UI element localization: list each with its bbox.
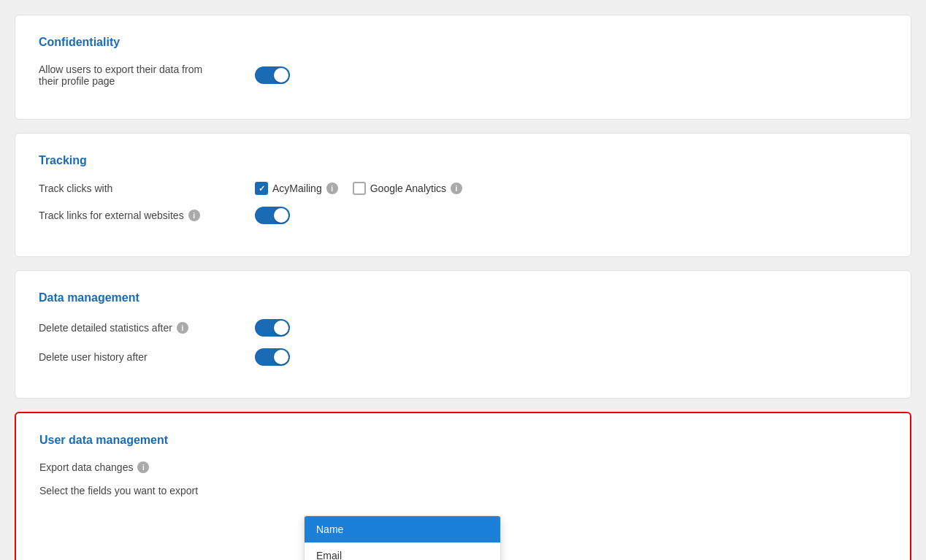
delete-history-row: Delete user history after bbox=[39, 348, 887, 366]
track-external-toggle[interactable] bbox=[255, 207, 290, 224]
track-external-info-icon[interactable]: i bbox=[188, 210, 200, 221]
data-management-card: Data management Delete detailed statisti… bbox=[15, 270, 911, 399]
check-icon: ✓ bbox=[259, 184, 265, 193]
acymailing-checkbox[interactable]: ✓ bbox=[255, 182, 268, 195]
delete-history-toggle[interactable] bbox=[255, 348, 290, 366]
user-data-management-card: User data management Export data changes… bbox=[15, 412, 911, 560]
delete-stats-label: Delete detailed statistics after i bbox=[39, 322, 243, 334]
user-data-management-title: User data management bbox=[39, 434, 887, 447]
track-external-label: Track links for external websites i bbox=[39, 210, 243, 221]
dropdown-item-email[interactable]: Email bbox=[305, 542, 500, 560]
data-management-title: Data management bbox=[39, 291, 887, 304]
select-fields-row: Select the fields you want to export bbox=[39, 485, 887, 496]
delete-stats-row: Delete detailed statistics after i bbox=[39, 319, 887, 337]
export-changes-row: Export data changes i bbox=[39, 461, 887, 473]
google-analytics-label: Google Analytics bbox=[370, 183, 446, 194]
export-changes-label: Export data changes i bbox=[39, 461, 244, 473]
delete-stats-info-icon[interactable]: i bbox=[177, 322, 188, 334]
select-fields-label: Select the fields you want to export bbox=[39, 485, 244, 496]
confidentiality-title: Confidentiality bbox=[39, 36, 887, 49]
tracking-card: Tracking Track clicks with ✓ AcyMailing … bbox=[15, 133, 911, 257]
confidentiality-card: Confidentiality Allow users to export th… bbox=[15, 15, 911, 120]
google-analytics-info-icon[interactable]: i bbox=[451, 183, 462, 194]
export-data-row: Allow users to export their data from th… bbox=[39, 64, 887, 87]
fields-dropdown-list[interactable]: Name Email Language Birthday bbox=[304, 515, 501, 560]
track-clicks-row: Track clicks with ✓ AcyMailing i Google … bbox=[39, 182, 887, 195]
delete-stats-toggle[interactable] bbox=[255, 319, 290, 337]
tracking-options: ✓ AcyMailing i Google Analytics i bbox=[255, 182, 462, 195]
export-data-label: Allow users to export their data from th… bbox=[39, 64, 243, 87]
track-external-row: Track links for external websites i bbox=[39, 207, 887, 224]
google-analytics-option[interactable]: Google Analytics i bbox=[353, 182, 462, 195]
acymailing-label: AcyMailing bbox=[272, 183, 322, 194]
acymailing-info-icon[interactable]: i bbox=[326, 183, 338, 194]
track-clicks-label: Track clicks with bbox=[39, 183, 243, 194]
tracking-title: Tracking bbox=[39, 154, 887, 167]
google-analytics-checkbox[interactable] bbox=[353, 182, 366, 195]
export-data-toggle[interactable] bbox=[255, 66, 290, 84]
export-changes-info-icon[interactable]: i bbox=[137, 461, 149, 473]
dropdown-item-name[interactable]: Name bbox=[305, 516, 500, 542]
delete-history-label: Delete user history after bbox=[39, 351, 243, 363]
acymailing-option[interactable]: ✓ AcyMailing i bbox=[255, 182, 338, 195]
